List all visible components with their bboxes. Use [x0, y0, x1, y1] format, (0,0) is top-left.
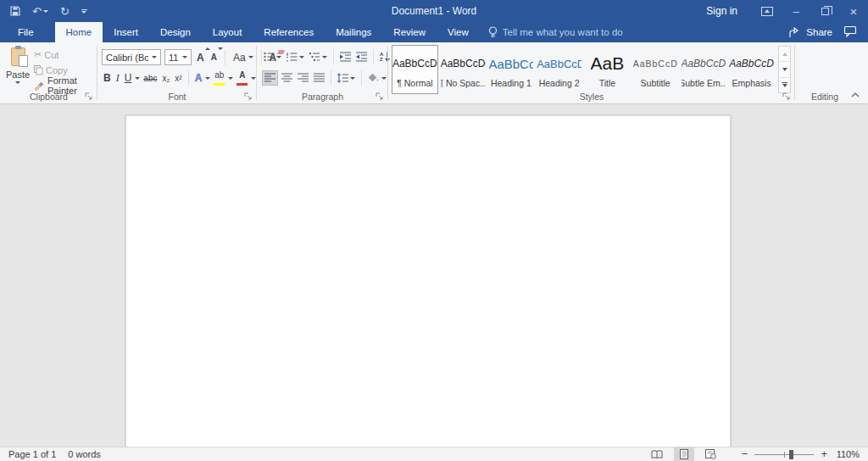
style-sample: AaB	[591, 51, 625, 76]
word-application-window: ↶ ↻ Document1 - Word Sign in – × File Ho…	[0, 0, 868, 461]
tab-review[interactable]: Review	[382, 22, 437, 42]
paragraph-group: A Z ¶	[257, 42, 388, 103]
print-layout-button[interactable]	[674, 447, 694, 461]
grow-font-button[interactable]: A	[195, 50, 206, 64]
style-heading-2[interactable]: AaBbCcD Heading 2	[536, 45, 582, 94]
minimize-button[interactable]: –	[782, 0, 810, 22]
document-page[interactable]	[125, 115, 731, 447]
restore-button[interactable]	[810, 0, 839, 22]
style-sample: AaBbCcDc	[392, 51, 437, 76]
tab-home[interactable]: Home	[55, 22, 103, 42]
style-title[interactable]: AaB Title	[584, 45, 631, 94]
style-heading-1[interactable]: AaBbCc Heading 1	[488, 45, 535, 94]
zoom-in-button[interactable]: +	[821, 450, 827, 458]
bullets-button[interactable]	[262, 49, 283, 64]
word-count[interactable]: 0 words	[68, 449, 101, 459]
styles-group-label: Styles	[388, 92, 795, 102]
style-sample: AaBbCcDa	[729, 51, 774, 76]
styles-more-button[interactable]	[779, 78, 790, 92]
font-name-combobox[interactable]: Calibri (Body)	[102, 49, 161, 65]
font-color-button[interactable]: A	[235, 71, 249, 86]
shrink-font-button[interactable]: A	[209, 50, 219, 64]
zoom-out-button[interactable]: −	[742, 450, 748, 458]
customize-quick-access-toolbar-icon[interactable]	[81, 9, 87, 14]
increase-indent-icon	[356, 52, 367, 62]
tab-references[interactable]: References	[253, 22, 325, 42]
italic-button[interactable]: I	[114, 71, 121, 86]
paragraph-group-label: Paragraph	[257, 92, 388, 102]
decrease-indent-button[interactable]	[338, 49, 353, 64]
zoom-slider[interactable]	[754, 449, 814, 460]
style-subtitle[interactable]: AaBbCcD Subtitle	[632, 45, 679, 94]
shrink-font-label: A	[211, 53, 217, 62]
style-label: Emphasis	[732, 78, 771, 88]
highlight-caret[interactable]	[228, 77, 233, 80]
font-color-bar	[236, 83, 248, 86]
close-button[interactable]: ×	[839, 0, 868, 22]
tab-insert[interactable]: Insert	[103, 22, 149, 42]
change-case-button[interactable]: Aa	[231, 50, 255, 64]
grow-font-label: A	[197, 52, 204, 64]
align-center-button[interactable]	[280, 70, 294, 86]
ribbon-display-options-icon[interactable]	[753, 0, 782, 22]
underline-dropdown-caret[interactable]	[135, 77, 140, 80]
web-layout-button[interactable]	[701, 447, 721, 461]
read-mode-button[interactable]	[647, 447, 667, 461]
tab-layout[interactable]: Layout	[202, 22, 253, 42]
align-right-button[interactable]	[296, 70, 310, 86]
zoom-percentage[interactable]: 110%	[834, 449, 860, 459]
font-size-combobox[interactable]: 11	[164, 49, 192, 65]
title-bar: ↶ ↻ Document1 - Word Sign in – ×	[0, 0, 868, 22]
style-emphasis[interactable]: AaBbCcDa Emphasis	[728, 45, 775, 94]
cut-button[interactable]: ✂ Cut	[32, 47, 97, 62]
increase-indent-button[interactable]	[354, 49, 369, 64]
save-icon[interactable]	[10, 6, 20, 16]
sign-in-button[interactable]: Sign in	[691, 5, 753, 17]
tab-view[interactable]: View	[437, 22, 480, 42]
underline-button[interactable]: U	[123, 71, 134, 86]
comments-icon[interactable]	[844, 26, 856, 38]
align-left-button[interactable]	[262, 70, 278, 86]
numbering-button[interactable]	[285, 49, 306, 64]
subscript-button[interactable]: x₂	[160, 71, 171, 86]
status-bar: Page 1 of 1 0 words − + 110%	[0, 447, 868, 461]
collapse-ribbon-icon[interactable]	[849, 90, 861, 100]
highlight-label: ab	[214, 71, 224, 80]
cut-label: Cut	[44, 50, 58, 60]
text-effects-button[interactable]: A	[193, 71, 204, 86]
shrink-caret-icon	[218, 47, 223, 50]
paste-dropdown-caret[interactable]	[15, 81, 20, 84]
share-button[interactable]: Share	[789, 27, 832, 38]
zoom-slider-handle[interactable]	[789, 450, 793, 459]
multilevel-list-button[interactable]	[308, 49, 329, 64]
format-painter-button[interactable]: Format Painter	[32, 78, 97, 92]
line-spacing-button[interactable]	[336, 70, 357, 86]
style-subtle-emphasis[interactable]: AaBbCcDa Subtle Em...	[681, 45, 727, 94]
redo-icon[interactable]: ↻	[60, 5, 70, 18]
justify-button[interactable]	[312, 70, 326, 86]
strikethrough-button[interactable]: abc	[142, 71, 159, 86]
shading-button[interactable]	[366, 70, 388, 86]
superscript-button[interactable]: x²	[173, 71, 183, 86]
undo-button[interactable]: ↶	[32, 5, 48, 18]
styles-scroll-up-button[interactable]	[779, 47, 790, 62]
style-label: ¶ No Spac...	[440, 78, 487, 88]
styles-scroll-down-button[interactable]	[779, 62, 790, 77]
decrease-indent-icon	[340, 52, 351, 62]
style-normal[interactable]: AaBbCcDc ¶ Normal	[392, 45, 438, 94]
page-indicator[interactable]: Page 1 of 1	[8, 449, 56, 459]
text-effects-caret[interactable]	[205, 77, 210, 80]
copy-icon	[34, 65, 43, 75]
justify-icon	[314, 73, 325, 83]
share-icon	[789, 27, 802, 38]
bold-button[interactable]: B	[102, 71, 113, 86]
text-highlight-button[interactable]: ab	[212, 71, 226, 86]
tab-mailings[interactable]: Mailings	[325, 22, 382, 42]
undo-dropdown-caret[interactable]	[43, 10, 48, 13]
style-no-spacing[interactable]: AaBbCcDc ¶ No Spac...	[440, 45, 487, 94]
paint-bucket-icon	[368, 73, 380, 83]
tell-me-box[interactable]: Tell me what you want to do	[488, 22, 623, 42]
tab-design[interactable]: Design	[149, 22, 202, 42]
style-label: Heading 1	[491, 78, 531, 88]
tab-file[interactable]: File	[7, 22, 45, 42]
